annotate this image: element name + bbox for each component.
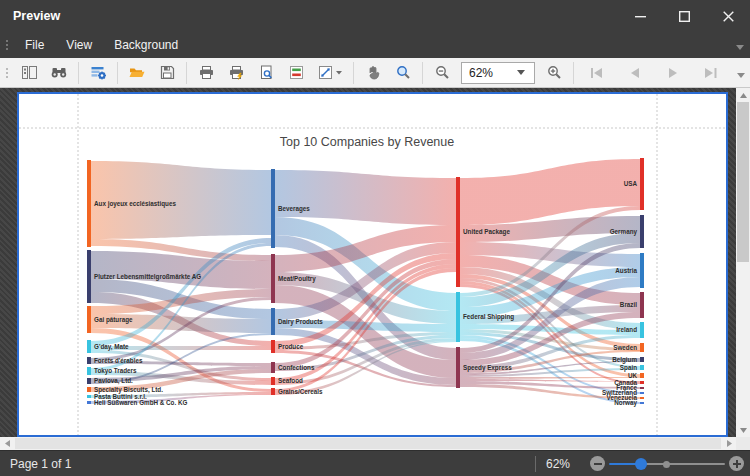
sankey-node-label: G'day, Mate <box>94 343 129 351</box>
first-page-button[interactable] <box>580 61 614 85</box>
zoom-slider-track[interactable] <box>641 463 725 466</box>
sankey-node-label: Germany <box>610 228 638 236</box>
sankey-node <box>640 158 644 210</box>
hand-tool-button[interactable] <box>360 61 386 85</box>
pointer-scale-button[interactable] <box>313 61 347 85</box>
scroll-left-arrow-icon[interactable] <box>0 437 14 450</box>
toolbar-grip[interactable] <box>0 58 14 87</box>
zoom-out-button[interactable] <box>429 61 455 85</box>
minimize-button[interactable] <box>618 0 662 32</box>
sankey-node-label: Seafood <box>278 377 303 384</box>
watermark-icon <box>288 64 305 81</box>
zoom-in-button[interactable] <box>541 61 567 85</box>
sankey-node-label: Speedy Express <box>463 364 512 372</box>
watermark-button[interactable] <box>283 61 309 85</box>
sankey-node-label: Sweden <box>613 344 637 351</box>
vertical-scrollbar-thumb[interactable] <box>737 102 749 262</box>
horizontal-scrollbar[interactable] <box>0 437 750 450</box>
maximize-button[interactable] <box>662 0 706 32</box>
chart-title: Top 10 Companies by Revenue <box>280 135 454 149</box>
search-button[interactable] <box>46 61 72 85</box>
menu-bar: File View Background <box>0 32 750 58</box>
menubar-overflow-button[interactable] <box>736 36 744 54</box>
menu-view[interactable]: View <box>55 33 103 57</box>
sankey-node-label: Plutzer Lebensmittelgroßmärkte AG <box>94 273 201 281</box>
sankey-node <box>87 160 91 247</box>
sankey-node-label: Spain <box>620 364 637 372</box>
open-button[interactable] <box>124 61 150 85</box>
sankey-node-label: Gai pâturage <box>94 316 133 324</box>
sankey-node <box>271 169 275 248</box>
sankey-node <box>87 306 91 333</box>
horizontal-scrollbar-thumb[interactable] <box>15 438 721 449</box>
vertical-scrollbar[interactable] <box>736 88 750 437</box>
zoom-out-slider-button[interactable] <box>590 456 605 471</box>
sankey-node-label: UK <box>628 372 638 379</box>
open-folder-icon <box>128 64 146 81</box>
close-icon <box>723 11 734 22</box>
page-setup-icon <box>258 64 275 81</box>
sankey-node <box>640 397 644 399</box>
sankey-node-label: Confections <box>278 364 315 371</box>
menu-file[interactable]: File <box>14 33 55 57</box>
save-button[interactable] <box>154 61 180 85</box>
sankey-node <box>456 177 460 287</box>
sankey-node <box>271 388 275 395</box>
maximize-icon <box>679 11 690 22</box>
sankey-node <box>87 387 91 392</box>
sankey-node <box>271 308 275 335</box>
zoom-value-input[interactable] <box>462 66 512 80</box>
sankey-node <box>271 362 275 373</box>
zoom-tool-button[interactable] <box>390 61 416 85</box>
chevron-down-icon <box>517 70 525 75</box>
report-page: Aux joyeux ecclésiastiquesPlutzer Lebens… <box>17 92 728 437</box>
page-indicator: Page 1 of 1 <box>0 457 535 471</box>
toolbar-separator <box>186 62 187 84</box>
last-page-button[interactable] <box>694 61 728 85</box>
print-button[interactable] <box>193 61 219 85</box>
page-setup-button[interactable] <box>253 61 279 85</box>
scroll-down-arrow-icon[interactable] <box>736 423 750 437</box>
toolbar-overflow-button[interactable] <box>737 64 745 82</box>
sankey-link <box>460 159 640 225</box>
sankey-node-label: Austria <box>615 267 637 274</box>
previous-page-button[interactable] <box>618 61 652 85</box>
document-map-icon <box>21 64 38 81</box>
toolbar <box>0 58 750 88</box>
sankey-node-label: Dairy Products <box>278 318 323 326</box>
hand-tool-icon <box>365 64 382 81</box>
menu-background[interactable]: Background <box>103 33 189 57</box>
sankey-node-label: Produce <box>278 343 304 350</box>
sankey-node <box>87 250 91 303</box>
sankey-link <box>275 170 456 225</box>
zoom-combobox[interactable] <box>461 62 535 84</box>
menubar-grip[interactable] <box>0 32 14 58</box>
zoom-combo-caret[interactable] <box>512 63 530 83</box>
sankey-links <box>91 159 640 404</box>
zoom-slider-100-marker <box>663 461 670 468</box>
toolbar-separator <box>78 62 79 84</box>
zoom-slider-thumb[interactable] <box>635 458 647 470</box>
sankey-node <box>640 292 644 318</box>
scroll-right-arrow-icon[interactable] <box>722 437 736 450</box>
parameters-button[interactable] <box>85 61 111 85</box>
chevron-down-icon <box>736 45 744 50</box>
scrollbar-corner <box>736 437 750 450</box>
next-page-button[interactable] <box>656 61 690 85</box>
sankey-node <box>271 377 275 385</box>
preview-window: Preview File View Background <box>0 0 750 476</box>
search-binoculars-icon <box>50 64 68 81</box>
sankey-node <box>640 402 644 404</box>
sankey-node <box>640 392 644 394</box>
quick-print-icon <box>228 64 245 81</box>
window-title: Preview <box>0 9 618 23</box>
zoom-in-slider-button[interactable] <box>729 456 744 471</box>
preview-surface: Aux joyeux ecclésiastiquesPlutzer Lebens… <box>0 88 750 437</box>
document-map-button[interactable] <box>16 61 42 85</box>
scroll-up-arrow-icon[interactable] <box>736 88 750 102</box>
next-page-icon <box>667 67 679 79</box>
quick-print-button[interactable] <box>223 61 249 85</box>
close-button[interactable] <box>706 0 750 32</box>
zoom-slider[interactable] <box>609 456 725 471</box>
minimize-icon <box>635 11 646 22</box>
